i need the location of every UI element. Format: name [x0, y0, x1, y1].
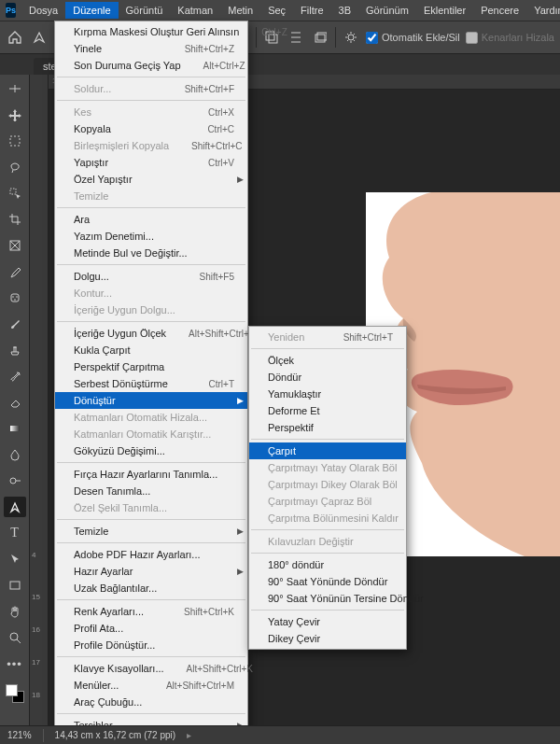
transform-menu-item[interactable]: Yatay Çevir [249, 613, 406, 630]
edit-menu-item[interactable]: YapıştırCtrl+V [55, 154, 247, 171]
edit-menu-item[interactable]: Profil Ata... [55, 620, 247, 637]
menu-item-label: Dolgu... [74, 271, 109, 282]
edit-menu-item[interactable]: Araç Çubuğu... [55, 694, 247, 710]
edit-menu-item[interactable]: Menüler...Alt+Shift+Ctrl+M [55, 677, 247, 694]
edit-menu-item[interactable]: Uzak Bağlantılar... [55, 580, 247, 597]
edit-menu-item[interactable]: Desen Tanımla... [55, 483, 247, 499]
edit-menu-item[interactable]: Perspektif Çarpıtma [55, 358, 247, 375]
edit-menu-item[interactable]: Adobe PDF Hazır Ayarları... [55, 546, 247, 563]
menubar-item-dosya[interactable]: Dosya [21, 2, 65, 19]
type-tool[interactable]: T [4, 523, 26, 543]
color-swatches[interactable] [4, 680, 26, 708]
edit-menu-item[interactable]: Metinde Bul ve Değiştir... [55, 245, 247, 261]
gradient-tool[interactable] [4, 418, 26, 439]
home-icon[interactable] [6, 28, 24, 47]
menubar-item-3b[interactable]: 3B [331, 2, 358, 19]
transform-menu-item[interactable]: Çarpıt [249, 442, 406, 459]
gear-icon[interactable] [342, 28, 360, 47]
menubar-item-eklentiler[interactable]: Eklentiler [416, 2, 473, 19]
rectangle-tool[interactable] [4, 575, 26, 596]
menubar-item-katman[interactable]: Katman [170, 2, 220, 19]
menu-item-label: Profile Dönüştür... [74, 639, 155, 651]
transform-menu-item[interactable]: 180° döndür [249, 556, 406, 573]
edit-menu-item[interactable]: Fırça Hazır Ayarlarını Tanımla... [55, 466, 247, 483]
edit-menu-item[interactable]: Dolgu...Shift+F5 [55, 268, 247, 285]
eyedropper-tool[interactable] [4, 261, 26, 282]
transform-menu-item[interactable]: 90° Saat Yönünde Döndür [249, 573, 406, 590]
transform-menu-item[interactable]: Yamuklaştır [249, 386, 406, 402]
align-icon[interactable] [287, 28, 305, 47]
chevron-right-icon[interactable]: ▸ [187, 730, 191, 740]
edit-menu-item[interactable]: Profile Dönüştür... [55, 637, 247, 653]
edit-menu-item[interactable]: İçeriğe Uygun ÖlçekAlt+Shift+Ctrl+C [55, 325, 247, 342]
edit-menu[interactable]: Kırpma Maskesi Oluştur Geri AlınsınCtrl+… [54, 21, 248, 737]
edit-menu-item[interactable]: Klavye Kısayolları...Alt+Shift+Ctrl+K [55, 660, 247, 677]
zoom-tool[interactable] [4, 627, 26, 648]
hand-tool[interactable] [4, 601, 26, 622]
menu-shortcut: Alt+Shift+Ctrl+M [166, 681, 234, 691]
transform-menu-item[interactable]: Perspektif [249, 419, 406, 436]
menu-shortcut: Shift+Ctrl+F [185, 84, 234, 94]
edit-menu-item[interactable]: Hazır Ayarlar▶ [55, 563, 247, 580]
transform-menu-item[interactable]: Deforme Et [249, 402, 406, 419]
edit-toolbar-icon[interactable]: ••• [4, 653, 26, 674]
menu-item-label: Kılavuzları Değiştir [268, 536, 354, 547]
edit-menu-item[interactable]: Özel Yapıştır▶ [55, 171, 247, 188]
menubar-item-seç[interactable]: Seç [260, 2, 293, 19]
lasso-tool[interactable] [4, 157, 26, 177]
edit-menu-item[interactable]: YineleShift+Ctrl+Z [55, 40, 247, 57]
edit-menu-item[interactable]: Serbest DönüştürmeCtrl+T [55, 375, 247, 392]
marquee-tool[interactable] [4, 131, 26, 151]
edit-menu-item[interactable]: Dönüştür▶ [55, 392, 247, 409]
transform-submenu[interactable]: YenidenShift+Ctrl+TÖlçekDöndürYamuklaştı… [248, 326, 407, 650]
healing-brush-tool[interactable] [4, 288, 26, 308]
svg-point-23 [10, 633, 18, 640]
edit-menu-item[interactable]: Son Duruma Geçiş YapAlt+Ctrl+Z [55, 57, 247, 74]
zoom-level[interactable]: 121% [7, 730, 32, 740]
handles-icon[interactable] [4, 78, 26, 99]
blur-tool[interactable] [4, 444, 26, 465]
path-select-tool[interactable] [4, 549, 26, 569]
arrange-icon[interactable] [311, 28, 329, 47]
frame-tool[interactable] [4, 235, 26, 256]
dodge-tool[interactable] [4, 470, 26, 491]
menu-item-label: Klavye Kısayolları... [74, 663, 164, 674]
edit-menu-item[interactable]: Ara [55, 211, 247, 228]
pen-tool-icon[interactable] [30, 28, 49, 47]
transform-menu-item[interactable]: 90° Saat Yönünün Tersine Döndür [249, 590, 406, 607]
transform-menu-item[interactable]: Ölçek [249, 352, 406, 369]
menubar-item-filtre[interactable]: Filtre [293, 2, 330, 19]
menubar-item-yardım[interactable]: Yardım [526, 2, 560, 19]
edit-menu-item: İçeriğe Uygun Dolgu... [55, 302, 247, 318]
menubar-item-görüntü[interactable]: Görüntü [119, 2, 171, 19]
auto-add-delete-checkbox[interactable]: Otomatik Ekle/Sil [366, 32, 460, 44]
quick-select-tool[interactable] [4, 183, 26, 204]
history-brush-tool[interactable] [4, 366, 26, 386]
edit-menu-item: Soldur...Shift+Ctrl+F [55, 80, 247, 97]
edit-menu-item[interactable]: Yazım Denetimi... [55, 228, 247, 245]
menubar-item-pencere[interactable]: Pencere [473, 2, 526, 19]
edit-menu-item: Temizle [55, 188, 247, 204]
align-edges-checkbox[interactable]: Kenarları Hizala [466, 32, 554, 44]
move-tool[interactable] [4, 105, 26, 125]
pen-tool[interactable] [4, 497, 26, 517]
menubar-item-metin[interactable]: Metin [220, 2, 260, 19]
edit-menu-item[interactable]: Kukla Çarpıt [55, 342, 247, 358]
ruler-tick: 18 [32, 691, 40, 699]
edit-menu-item[interactable]: Gökyüzü Değişimi... [55, 442, 247, 459]
edit-menu-item[interactable]: Renk Ayarları...Shift+Ctrl+K [55, 603, 247, 620]
transform-menu-item[interactable]: Dikey Çevir [249, 630, 406, 647]
menu-item-label: Menüler... [74, 680, 119, 691]
menu-item-label: Kes [74, 106, 91, 118]
edit-menu-item[interactable]: Kırpma Maskesi Oluştur Geri AlınsınCtrl+… [55, 23, 247, 40]
brush-tool[interactable] [4, 314, 26, 334]
edit-menu-item[interactable]: KopyalaCtrl+C [55, 120, 247, 137]
transform-menu-item[interactable]: Döndür [249, 369, 406, 386]
crop-tool[interactable] [4, 209, 26, 230]
edit-menu-item[interactable]: Temizle▶ [55, 523, 247, 540]
eraser-tool[interactable] [4, 392, 26, 413]
svg-rect-10 [10, 136, 20, 146]
menubar-item-düzenle[interactable]: Düzenle [65, 2, 118, 19]
clone-stamp-tool[interactable] [4, 340, 26, 360]
menubar-item-görünüm[interactable]: Görünüm [358, 2, 416, 19]
